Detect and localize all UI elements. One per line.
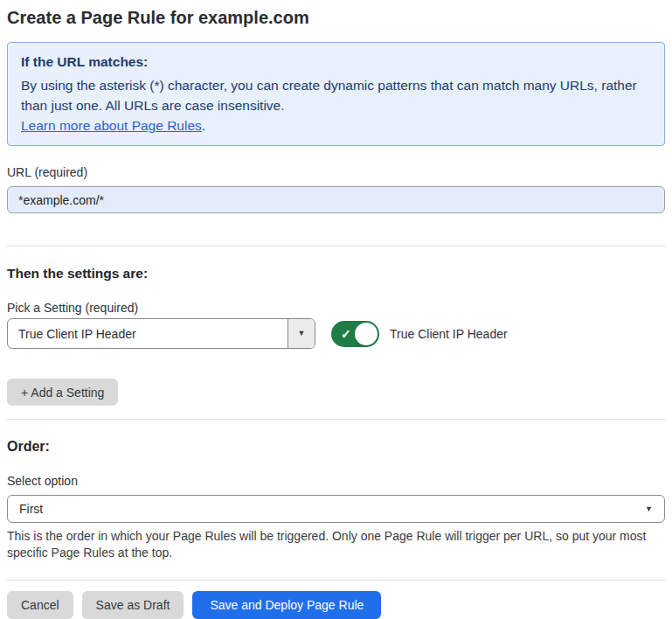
order-help-text: This is the order in which your Page Rul… [7,528,665,561]
cancel-button[interactable]: Cancel [7,591,73,619]
info-box-heading: If the URL matches: [21,52,651,72]
footer-divider [7,580,665,581]
save-as-draft-button[interactable]: Save as Draft [82,591,184,619]
section-divider [7,419,665,420]
setting-select-arrow-button[interactable]: ▼ [288,319,315,348]
toggle-knob [355,323,378,345]
footer-actions: Cancel Save as Draft Save and Deploy Pag… [7,591,665,619]
setting-toggle-label: True Client IP Header [390,327,508,341]
chevron-down-icon: ▼ [298,330,306,337]
link-suffix: . [202,118,205,133]
info-box-link-line: Learn more about Page Rules. [21,115,651,136]
url-label: URL (required) [7,165,665,180]
page-container: Create a Page Rule for example.com If th… [0,0,672,619]
learn-more-link[interactable]: Learn more about Page Rules [21,118,202,133]
settings-heading: Then the settings are: [7,265,665,282]
save-and-deploy-button[interactable]: Save and Deploy Page Rule [192,591,381,619]
section-divider [7,246,665,247]
add-setting-button[interactable]: + Add a Setting [7,379,118,406]
setting-row: True Client IP Header ▼ ✓ True Client IP… [7,318,665,349]
url-input[interactable] [7,186,665,213]
order-select-value: First [19,502,645,516]
order-select-label: Select option [7,474,665,489]
info-box-body: By using the asterisk (*) character, you… [21,75,651,115]
chevron-down-icon: ▼ [645,505,653,513]
order-heading: Order: [7,438,665,455]
setting-select-value: True Client IP Header [8,319,288,348]
setting-picker-label: Pick a Setting (required) [7,301,665,316]
order-select[interactable]: First ▼ [7,495,665,523]
page-title: Create a Page Rule for example.com [7,5,665,30]
setting-select[interactable]: True Client IP Header ▼ [7,318,315,349]
check-icon: ✓ [341,328,351,340]
url-match-info-box: If the URL matches: By using the asteris… [7,42,665,146]
setting-toggle[interactable]: ✓ [331,321,379,347]
